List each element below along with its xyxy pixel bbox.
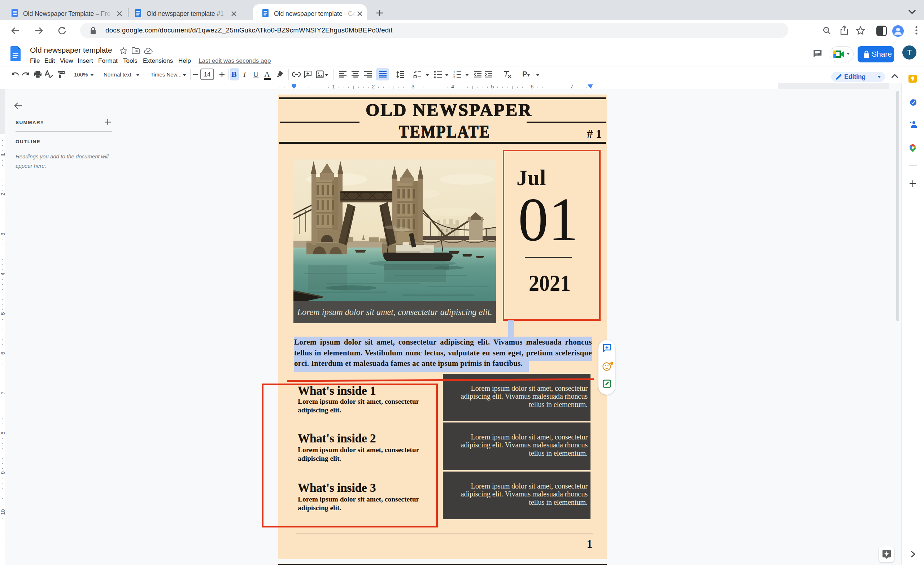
svg-text:3: 3	[453, 75, 455, 78]
